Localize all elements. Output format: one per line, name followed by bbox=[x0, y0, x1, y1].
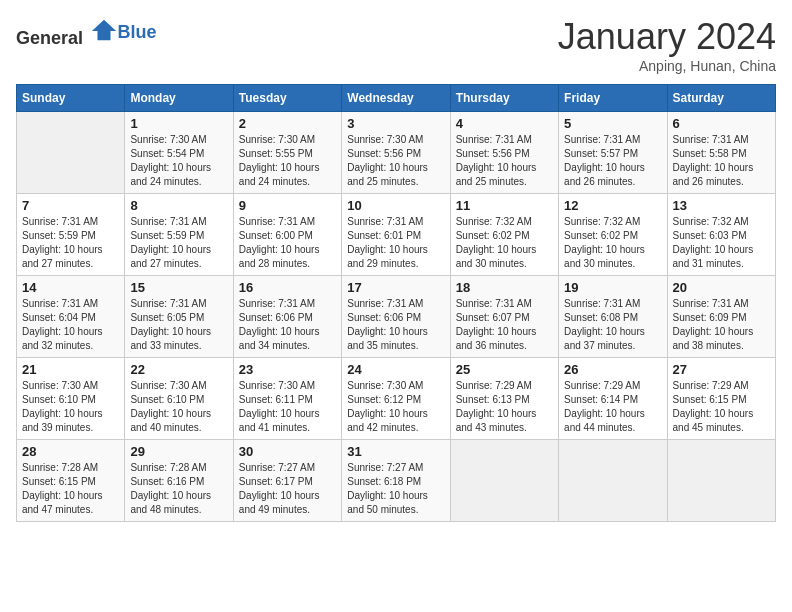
calendar-cell: 13Sunrise: 7:32 AMSunset: 6:03 PMDayligh… bbox=[667, 194, 775, 276]
calendar-header-row: SundayMondayTuesdayWednesdayThursdayFrid… bbox=[17, 85, 776, 112]
day-header-tuesday: Tuesday bbox=[233, 85, 341, 112]
day-number: 7 bbox=[22, 198, 119, 213]
day-info: Sunrise: 7:30 AMSunset: 5:55 PMDaylight:… bbox=[239, 133, 336, 189]
day-info: Sunrise: 7:30 AMSunset: 6:10 PMDaylight:… bbox=[130, 379, 227, 435]
calendar-cell: 26Sunrise: 7:29 AMSunset: 6:14 PMDayligh… bbox=[559, 358, 667, 440]
calendar-cell bbox=[450, 440, 558, 522]
calendar-week-row: 14Sunrise: 7:31 AMSunset: 6:04 PMDayligh… bbox=[17, 276, 776, 358]
day-info: Sunrise: 7:31 AMSunset: 6:07 PMDaylight:… bbox=[456, 297, 553, 353]
calendar-cell: 4Sunrise: 7:31 AMSunset: 5:56 PMDaylight… bbox=[450, 112, 558, 194]
day-info: Sunrise: 7:30 AMSunset: 5:56 PMDaylight:… bbox=[347, 133, 444, 189]
day-number: 6 bbox=[673, 116, 770, 131]
day-info: Sunrise: 7:30 AMSunset: 6:11 PMDaylight:… bbox=[239, 379, 336, 435]
logo: General Blue bbox=[16, 16, 157, 49]
day-info: Sunrise: 7:31 AMSunset: 6:00 PMDaylight:… bbox=[239, 215, 336, 271]
day-number: 31 bbox=[347, 444, 444, 459]
day-number: 14 bbox=[22, 280, 119, 295]
calendar-cell: 14Sunrise: 7:31 AMSunset: 6:04 PMDayligh… bbox=[17, 276, 125, 358]
day-number: 29 bbox=[130, 444, 227, 459]
calendar-week-row: 28Sunrise: 7:28 AMSunset: 6:15 PMDayligh… bbox=[17, 440, 776, 522]
day-number: 27 bbox=[673, 362, 770, 377]
calendar-cell: 6Sunrise: 7:31 AMSunset: 5:58 PMDaylight… bbox=[667, 112, 775, 194]
calendar-cell: 27Sunrise: 7:29 AMSunset: 6:15 PMDayligh… bbox=[667, 358, 775, 440]
calendar-cell: 8Sunrise: 7:31 AMSunset: 5:59 PMDaylight… bbox=[125, 194, 233, 276]
day-info: Sunrise: 7:28 AMSunset: 6:16 PMDaylight:… bbox=[130, 461, 227, 517]
calendar-cell: 30Sunrise: 7:27 AMSunset: 6:17 PMDayligh… bbox=[233, 440, 341, 522]
day-header-monday: Monday bbox=[125, 85, 233, 112]
calendar-cell bbox=[667, 440, 775, 522]
day-number: 24 bbox=[347, 362, 444, 377]
calendar-cell: 1Sunrise: 7:30 AMSunset: 5:54 PMDaylight… bbox=[125, 112, 233, 194]
day-info: Sunrise: 7:29 AMSunset: 6:13 PMDaylight:… bbox=[456, 379, 553, 435]
day-info: Sunrise: 7:31 AMSunset: 5:57 PMDaylight:… bbox=[564, 133, 661, 189]
day-number: 21 bbox=[22, 362, 119, 377]
day-number: 28 bbox=[22, 444, 119, 459]
month-title: January 2024 bbox=[558, 16, 776, 58]
day-number: 15 bbox=[130, 280, 227, 295]
calendar-cell: 31Sunrise: 7:27 AMSunset: 6:18 PMDayligh… bbox=[342, 440, 450, 522]
calendar-cell: 11Sunrise: 7:32 AMSunset: 6:02 PMDayligh… bbox=[450, 194, 558, 276]
day-info: Sunrise: 7:27 AMSunset: 6:17 PMDaylight:… bbox=[239, 461, 336, 517]
calendar-week-row: 7Sunrise: 7:31 AMSunset: 5:59 PMDaylight… bbox=[17, 194, 776, 276]
day-number: 8 bbox=[130, 198, 227, 213]
day-header-saturday: Saturday bbox=[667, 85, 775, 112]
calendar-cell: 24Sunrise: 7:30 AMSunset: 6:12 PMDayligh… bbox=[342, 358, 450, 440]
calendar-cell: 25Sunrise: 7:29 AMSunset: 6:13 PMDayligh… bbox=[450, 358, 558, 440]
day-number: 2 bbox=[239, 116, 336, 131]
title-block: January 2024 Anping, Hunan, China bbox=[558, 16, 776, 74]
calendar-cell bbox=[559, 440, 667, 522]
logo-icon bbox=[90, 16, 118, 44]
calendar-week-row: 21Sunrise: 7:30 AMSunset: 6:10 PMDayligh… bbox=[17, 358, 776, 440]
day-info: Sunrise: 7:32 AMSunset: 6:03 PMDaylight:… bbox=[673, 215, 770, 271]
logo-text: General bbox=[16, 16, 118, 49]
calendar-cell: 17Sunrise: 7:31 AMSunset: 6:06 PMDayligh… bbox=[342, 276, 450, 358]
calendar-cell: 16Sunrise: 7:31 AMSunset: 6:06 PMDayligh… bbox=[233, 276, 341, 358]
page-header: General Blue January 2024 Anping, Hunan,… bbox=[16, 16, 776, 74]
calendar-week-row: 1Sunrise: 7:30 AMSunset: 5:54 PMDaylight… bbox=[17, 112, 776, 194]
day-info: Sunrise: 7:29 AMSunset: 6:15 PMDaylight:… bbox=[673, 379, 770, 435]
calendar-cell: 21Sunrise: 7:30 AMSunset: 6:10 PMDayligh… bbox=[17, 358, 125, 440]
day-number: 10 bbox=[347, 198, 444, 213]
day-number: 9 bbox=[239, 198, 336, 213]
day-info: Sunrise: 7:31 AMSunset: 6:09 PMDaylight:… bbox=[673, 297, 770, 353]
day-number: 30 bbox=[239, 444, 336, 459]
logo-blue: Blue bbox=[118, 22, 157, 42]
svg-marker-0 bbox=[91, 20, 115, 41]
day-info: Sunrise: 7:31 AMSunset: 6:01 PMDaylight:… bbox=[347, 215, 444, 271]
calendar-cell: 22Sunrise: 7:30 AMSunset: 6:10 PMDayligh… bbox=[125, 358, 233, 440]
logo-general: General bbox=[16, 28, 83, 48]
day-number: 4 bbox=[456, 116, 553, 131]
day-info: Sunrise: 7:30 AMSunset: 6:12 PMDaylight:… bbox=[347, 379, 444, 435]
day-info: Sunrise: 7:27 AMSunset: 6:18 PMDaylight:… bbox=[347, 461, 444, 517]
day-number: 13 bbox=[673, 198, 770, 213]
day-info: Sunrise: 7:31 AMSunset: 5:58 PMDaylight:… bbox=[673, 133, 770, 189]
day-number: 5 bbox=[564, 116, 661, 131]
day-info: Sunrise: 7:31 AMSunset: 5:56 PMDaylight:… bbox=[456, 133, 553, 189]
calendar-cell: 15Sunrise: 7:31 AMSunset: 6:05 PMDayligh… bbox=[125, 276, 233, 358]
day-number: 17 bbox=[347, 280, 444, 295]
calendar-cell: 28Sunrise: 7:28 AMSunset: 6:15 PMDayligh… bbox=[17, 440, 125, 522]
day-info: Sunrise: 7:31 AMSunset: 6:04 PMDaylight:… bbox=[22, 297, 119, 353]
calendar-cell: 5Sunrise: 7:31 AMSunset: 5:57 PMDaylight… bbox=[559, 112, 667, 194]
day-info: Sunrise: 7:29 AMSunset: 6:14 PMDaylight:… bbox=[564, 379, 661, 435]
calendar-cell: 12Sunrise: 7:32 AMSunset: 6:02 PMDayligh… bbox=[559, 194, 667, 276]
calendar-cell bbox=[17, 112, 125, 194]
calendar-cell: 3Sunrise: 7:30 AMSunset: 5:56 PMDaylight… bbox=[342, 112, 450, 194]
calendar-cell: 2Sunrise: 7:30 AMSunset: 5:55 PMDaylight… bbox=[233, 112, 341, 194]
calendar-cell: 29Sunrise: 7:28 AMSunset: 6:16 PMDayligh… bbox=[125, 440, 233, 522]
day-header-wednesday: Wednesday bbox=[342, 85, 450, 112]
day-number: 20 bbox=[673, 280, 770, 295]
day-header-thursday: Thursday bbox=[450, 85, 558, 112]
day-info: Sunrise: 7:28 AMSunset: 6:15 PMDaylight:… bbox=[22, 461, 119, 517]
calendar-table: SundayMondayTuesdayWednesdayThursdayFrid… bbox=[16, 84, 776, 522]
day-number: 26 bbox=[564, 362, 661, 377]
day-number: 3 bbox=[347, 116, 444, 131]
day-number: 11 bbox=[456, 198, 553, 213]
location-subtitle: Anping, Hunan, China bbox=[558, 58, 776, 74]
day-number: 1 bbox=[130, 116, 227, 131]
day-header-friday: Friday bbox=[559, 85, 667, 112]
day-info: Sunrise: 7:31 AMSunset: 6:06 PMDaylight:… bbox=[239, 297, 336, 353]
day-info: Sunrise: 7:31 AMSunset: 6:06 PMDaylight:… bbox=[347, 297, 444, 353]
calendar-cell: 10Sunrise: 7:31 AMSunset: 6:01 PMDayligh… bbox=[342, 194, 450, 276]
calendar-cell: 18Sunrise: 7:31 AMSunset: 6:07 PMDayligh… bbox=[450, 276, 558, 358]
